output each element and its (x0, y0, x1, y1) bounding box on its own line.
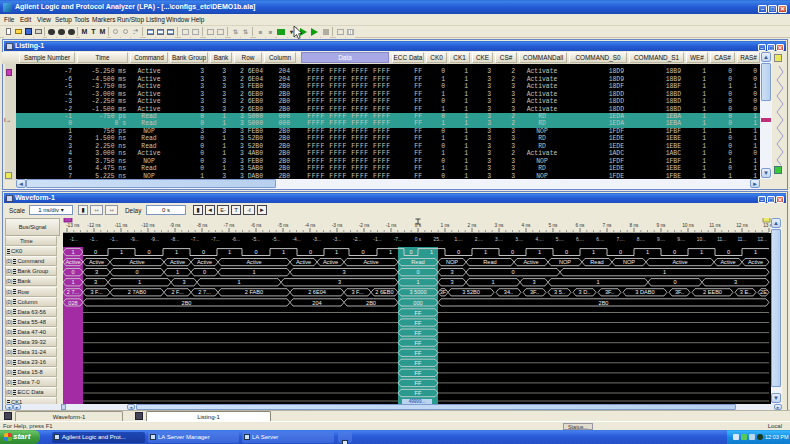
svg-text:0: 0 (416, 269, 419, 275)
svg-text:0: 0 (135, 269, 138, 275)
svg-text:1: 1 (71, 249, 74, 255)
svg-text:3F..: 3F.. (675, 289, 684, 295)
svg-text:Read: Read (483, 259, 496, 265)
svg-text:8 ns: 8 ns (629, 223, 639, 228)
svg-text:3 E..: 3 E.. (740, 289, 752, 295)
svg-text:Active: Active (129, 259, 144, 265)
svg-text:2....: 2.... (475, 237, 483, 242)
svg-text:6....: 6.... (576, 237, 584, 242)
svg-text:-12 ns: -12 ns (87, 223, 101, 228)
svg-text:13 ns: 13 ns (763, 223, 771, 228)
svg-text:3 D..: 3 D.. (579, 289, 591, 295)
svg-text:FF: FF (415, 350, 422, 356)
svg-text:9 ns: 9 ns (656, 223, 666, 228)
svg-text:Active: Active (748, 259, 763, 265)
svg-text:2 FAB0: 2 FAB0 (245, 289, 263, 295)
svg-text:-2 ns: -2 ns (359, 223, 370, 228)
svg-text:2 F...: 2 F... (171, 289, 184, 295)
svg-text:7 ns: 7 ns (602, 223, 612, 228)
svg-text:2B0: 2B0 (182, 300, 192, 306)
svg-text:3: 3 (342, 269, 345, 275)
svg-text:Active: Active (672, 259, 687, 265)
svg-text:3....: 3.... (515, 237, 523, 242)
svg-text:-5...: -5... (272, 237, 280, 242)
svg-text:-1...: -1... (373, 237, 381, 242)
svg-text:FF: FF (415, 380, 422, 386)
svg-text:-9...: -9... (151, 237, 159, 242)
svg-text:2 ns: 2 ns (467, 223, 477, 228)
svg-text:-10 ns: -10 ns (141, 223, 155, 228)
svg-text:Active: Active (296, 259, 311, 265)
svg-text:0: 0 (203, 269, 206, 275)
svg-text:FF: FF (415, 340, 422, 346)
svg-text:3: 3 (450, 269, 453, 275)
svg-text:2 6E04: 2 6E04 (308, 289, 326, 295)
svg-text:3 ns: 3 ns (494, 223, 504, 228)
svg-text:0 s: 0 s (415, 237, 422, 242)
svg-text:0: 0 (254, 249, 257, 255)
svg-text:-7...: -7... (211, 237, 219, 242)
svg-text:2 7...: 2 7... (198, 289, 211, 295)
svg-text:0: 0 (727, 249, 730, 255)
svg-text:3 52B0: 3 52B0 (462, 289, 480, 295)
svg-text:1: 1 (228, 249, 231, 255)
svg-text:-8...: -8... (171, 237, 179, 242)
svg-text:1: 1 (120, 249, 123, 255)
svg-text:2E: 2E (760, 289, 767, 295)
svg-text:204: 204 (312, 300, 321, 306)
svg-text:FF: FF (415, 390, 422, 396)
svg-text:0: 0 (361, 249, 364, 255)
svg-text:6 ns: 6 ns (575, 223, 585, 228)
svg-text:3 F...: 3 F... (351, 289, 364, 295)
svg-text:0: 0 (511, 269, 514, 275)
svg-text:-3...: -3... (333, 237, 341, 242)
svg-text:-3 ns: -3 ns (332, 223, 343, 228)
svg-text:-1 ns: -1 ns (386, 223, 397, 228)
svg-text:1: 1 (175, 249, 178, 255)
svg-text:34..: 34.. (504, 289, 514, 295)
svg-text:0: 0 (71, 269, 74, 275)
svg-text:-1...: -1... (70, 237, 78, 242)
svg-text:3 F...: 3 F... (90, 289, 103, 295)
svg-text:3: 3 (734, 279, 737, 285)
svg-text:0: 0 (147, 249, 150, 255)
svg-text:3: 3 (95, 269, 98, 275)
svg-text:2 7AB0: 2 7AB0 (128, 289, 146, 295)
svg-text:-5...: -5... (252, 237, 260, 242)
svg-text:3: 3 (532, 279, 535, 285)
svg-text:3: 3 (182, 279, 185, 285)
svg-text:1: 1 (663, 269, 666, 275)
svg-text:7....: 7.... (617, 237, 625, 242)
svg-text:1 ns: 1 ns (440, 223, 450, 228)
svg-text:-6...: -6... (232, 237, 240, 242)
svg-text:3F..: 3F.. (530, 289, 539, 295)
svg-text:-8 ns: -8 ns (197, 223, 208, 228)
svg-text:1: 1 (430, 249, 433, 255)
svg-text:1: 1 (491, 279, 494, 285)
svg-text:10...: 10... (697, 237, 706, 242)
svg-text:3: 3 (450, 279, 453, 285)
svg-text:1: 1 (538, 249, 541, 255)
svg-text:25...: 25... (434, 237, 443, 242)
svg-text:6....: 6.... (596, 237, 604, 242)
svg-text:Read: Read (590, 259, 603, 265)
svg-text:-9...: -9... (130, 237, 138, 242)
svg-text:5 ns: 5 ns (548, 223, 558, 228)
svg-text:11...: 11... (738, 237, 747, 242)
svg-text:FF: FF (415, 360, 422, 366)
svg-text:12...: 12... (758, 237, 767, 242)
svg-text:NOP: NOP (623, 259, 635, 265)
svg-text:-7 ns: -7 ns (224, 223, 235, 228)
svg-text:1: 1 (754, 249, 757, 255)
svg-text:0: 0 (94, 249, 97, 255)
svg-text:0: 0 (309, 249, 312, 255)
svg-text:1: 1 (596, 279, 599, 285)
svg-text:1: 1 (237, 279, 240, 285)
svg-text:1: 1 (592, 249, 595, 255)
svg-text:3: 3 (338, 279, 341, 285)
svg-text:2 6EB0: 2 6EB0 (375, 289, 393, 295)
svg-text:-1...: -1... (110, 237, 118, 242)
svg-text:1: 1 (138, 279, 141, 285)
svg-text:1: 1 (282, 249, 285, 255)
svg-text:3 5000: 3 5000 (409, 289, 426, 295)
